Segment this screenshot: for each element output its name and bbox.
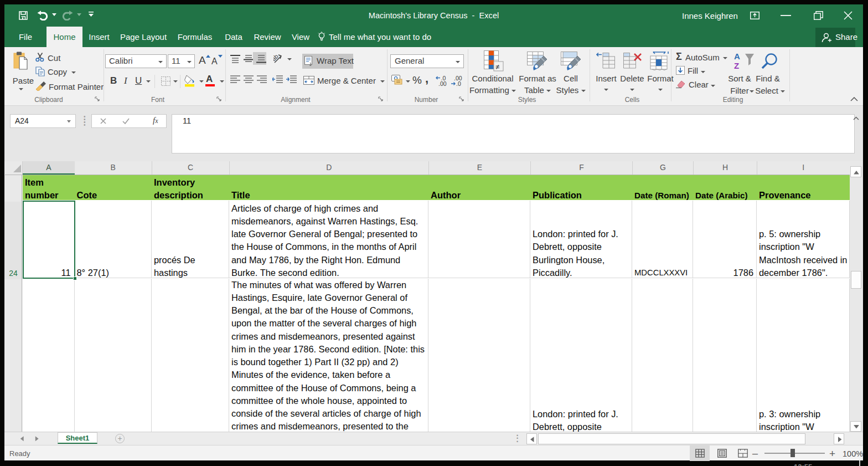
svg-text:Z: Z — [734, 61, 739, 70]
svg-text:.0: .0 — [456, 80, 461, 86]
svg-text:A: A — [734, 52, 740, 61]
svg-text:≠: ≠ — [495, 63, 499, 71]
svg-text:.00: .00 — [438, 80, 447, 86]
